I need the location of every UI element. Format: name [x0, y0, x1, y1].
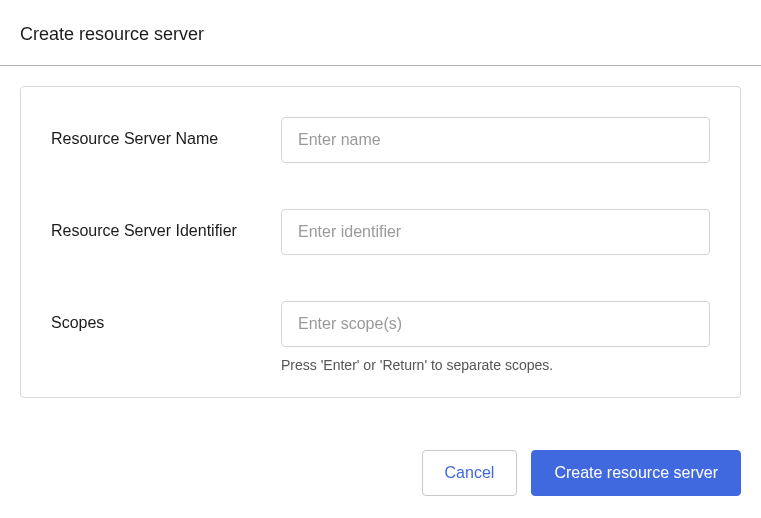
button-bar: Cancel Create resource server	[0, 450, 761, 496]
input-resource-server-name[interactable]	[281, 117, 710, 163]
label-resource-server-name: Resource Server Name	[51, 117, 281, 151]
form-row-scopes: Scopes Press 'Enter' or 'Return' to sepa…	[51, 301, 710, 373]
dialog-header: Create resource server	[0, 0, 761, 65]
form-row-name: Resource Server Name	[51, 117, 710, 163]
field-resource-server-name	[281, 117, 710, 163]
create-resource-server-button[interactable]: Create resource server	[531, 450, 741, 496]
label-scopes: Scopes	[51, 301, 281, 335]
field-scopes: Press 'Enter' or 'Return' to separate sc…	[281, 301, 710, 373]
hint-scopes: Press 'Enter' or 'Return' to separate sc…	[281, 357, 710, 373]
content-wrapper: Resource Server Name Resource Server Ide…	[0, 66, 761, 418]
label-resource-server-identifier: Resource Server Identifier	[51, 209, 281, 243]
form-row-identifier: Resource Server Identifier	[51, 209, 710, 255]
form-panel: Resource Server Name Resource Server Ide…	[20, 86, 741, 398]
field-resource-server-identifier	[281, 209, 710, 255]
dialog-title: Create resource server	[20, 24, 741, 45]
cancel-button[interactable]: Cancel	[422, 450, 518, 496]
input-resource-server-identifier[interactable]	[281, 209, 710, 255]
input-scopes[interactable]	[281, 301, 710, 347]
